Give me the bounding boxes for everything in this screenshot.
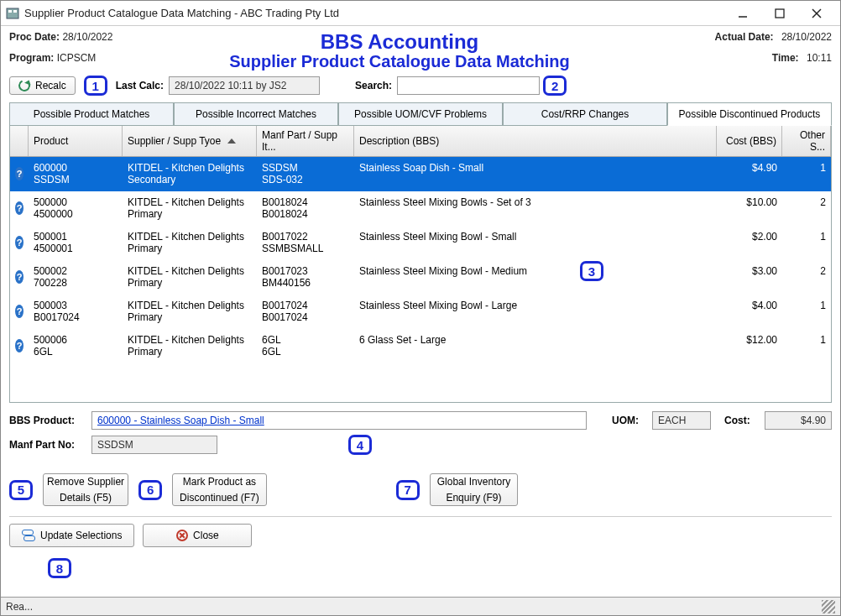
window-title: Supplier Product Catalogue Data Matching… [24, 7, 724, 19]
tab-possible-product-matches[interactable]: Possible Product Matches [9, 102, 174, 126]
close-icon [176, 530, 188, 541]
last-calc-label: Last Calc: [116, 80, 164, 91]
row-info-icon[interactable]: ? [10, 332, 29, 359]
app-icon [6, 7, 19, 20]
row-info-icon[interactable]: ? [10, 160, 29, 187]
row-info-icon[interactable]: ? [10, 298, 29, 325]
proc-date-label: Proc Date: [9, 31, 60, 43]
tab-cost-rrp-changes[interactable]: Cost/RRP Changes [503, 102, 667, 126]
cell-cost: $3.00 [717, 264, 782, 290]
swap-icon [22, 530, 35, 541]
proc-date-value: 28/10/2022 [62, 31, 112, 43]
callout-5: 5 [9, 480, 33, 500]
cell-product: 600000SSDSM [29, 160, 123, 187]
cell-other: 1 [782, 298, 831, 325]
minimize-button[interactable] [724, 2, 761, 25]
refresh-icon [17, 78, 32, 93]
last-calc-value [169, 76, 320, 95]
cell-cost: $12.00 [717, 332, 782, 359]
mark-discontinued-button[interactable]: Mark Product as Discontinued (F7) [172, 473, 267, 506]
cell-supplier: KITDEL - Kitchen DelightsPrimary [123, 229, 257, 256]
title-bar: Supplier Product Catalogue Data Matching… [1, 1, 840, 26]
actual-date-value: 28/10/2022 [781, 31, 832, 43]
cell-other: 2 [782, 264, 831, 290]
table-row[interactable]: ?500003B0017024KITDEL - Kitchen Delights… [10, 295, 831, 329]
cell-cost: $4.00 [717, 298, 782, 325]
manf-part-value [91, 436, 217, 454]
close-window-button[interactable] [798, 2, 835, 25]
cell-other: 2 [782, 195, 831, 222]
recalc-button[interactable]: Recalc [9, 76, 76, 95]
callout-6: 6 [138, 480, 162, 500]
global-inventory-button[interactable]: Global Inventory Enquiry (F9) [430, 473, 518, 506]
grid-header: Product Supplier / Supp Tyoe Manf Part /… [10, 126, 831, 157]
table-row[interactable]: ?500002700228KITDEL - Kitchen DelightsPr… [10, 260, 831, 295]
app-subtitle: Supplier Product Catalogue Data Matching [177, 52, 622, 70]
table-row[interactable]: ?600000SSDSMKITDEL - Kitchen DelightsSec… [10, 157, 831, 191]
header-row-2: Program: ICPSCM Supplier Product Catalog… [9, 52, 832, 70]
table-row[interactable]: ?5000014500001KITDEL - Kitchen DelightsP… [10, 226, 831, 260]
cell-product: 500003B0017024 [29, 298, 123, 325]
callout-1: 1 [84, 76, 107, 96]
row-info-icon[interactable]: ? [10, 195, 29, 222]
cost-value [765, 411, 832, 430]
program-value: ICPSCM [57, 52, 97, 64]
actual-date-label: Actual Date: [715, 31, 774, 43]
tab-possible-discontinued-products[interactable]: Possible Discontinued Products [667, 102, 832, 126]
cell-manf-part: B0017024B0017024 [257, 298, 354, 325]
bbs-product-link[interactable]: 600000 - Stainless Soap Dish - Small [91, 411, 587, 430]
svg-rect-4 [776, 9, 784, 18]
cell-description: Stainless Steel Mixing Bowl - Medium [354, 264, 717, 290]
bbs-product-label: BBS Product: [9, 415, 85, 426]
client-area: Proc Date: 28/10/2022 BBS Accounting Act… [1, 26, 840, 597]
remove-supplier-button[interactable]: Remove Supplier Details (F5) [43, 473, 128, 506]
cell-other: 1 [782, 229, 831, 256]
resize-gripper-icon[interactable] [822, 600, 835, 613]
svg-rect-1 [8, 10, 12, 13]
cell-description: Stainless Steel Mixing Bowls - Set of 3 [354, 195, 717, 222]
close-button[interactable]: Close [143, 524, 252, 547]
cell-supplier: KITDEL - Kitchen DelightsSecondary [123, 160, 257, 187]
col-description[interactable]: Description (BBS) [354, 126, 717, 156]
cell-product: 500002700228 [29, 264, 123, 290]
cell-supplier: KITDEL - Kitchen DelightsPrimary [123, 332, 257, 359]
table-row[interactable]: ?5000066GLKITDEL - Kitchen DelightsPrima… [10, 329, 831, 363]
uom-label: UOM: [612, 415, 645, 426]
manf-part-label: Manf Part No: [9, 439, 85, 451]
svg-rect-0 [7, 8, 18, 18]
callout-8: 8 [48, 558, 71, 578]
col-supplier[interactable]: Supplier / Supp Tyoe [123, 126, 257, 156]
uom-value [652, 411, 711, 430]
table-row[interactable]: ?5000004500000KITDEL - Kitchen DelightsP… [10, 191, 831, 226]
tab-possible-incorrect-matches[interactable]: Possible Incorrect Matches [174, 102, 338, 126]
cell-supplier: KITDEL - Kitchen DelightsPrimary [123, 264, 257, 290]
form-row-bbs-product: BBS Product: 600000 - Stainless Soap Dis… [9, 411, 832, 430]
grid-body: ?600000SSDSMKITDEL - Kitchen DelightsSec… [10, 157, 831, 363]
cell-product: 5000066GL [29, 332, 123, 359]
col-product[interactable]: Product [29, 126, 123, 156]
update-selections-button[interactable]: Update Selections [9, 524, 134, 547]
recalc-button-label: Recalc [35, 80, 66, 91]
tab-possible-uom-cvf-problems[interactable]: Possible UOM/CVF Problems [338, 102, 503, 126]
cell-other: 1 [782, 332, 831, 359]
row-info-icon[interactable]: ? [10, 229, 29, 256]
time-label: Time: [772, 52, 799, 64]
col-icon[interactable] [10, 126, 29, 156]
col-other[interactable]: Other S... [782, 126, 831, 156]
app-window: Supplier Product Catalogue Data Matching… [0, 0, 841, 616]
cell-manf-part: SSDSMSDS-032 [257, 160, 354, 187]
search-input[interactable] [397, 76, 540, 95]
cell-other: 1 [782, 160, 831, 187]
status-bar: Rea... [1, 597, 840, 615]
col-manf-part[interactable]: Manf Part / Supp It... [257, 126, 354, 156]
toolbar: Recalc 1 Last Calc: Search: 2 [9, 76, 832, 96]
action-row: 5 Remove Supplier Details (F5) 6 Mark Pr… [9, 473, 832, 506]
cell-cost: $4.90 [717, 160, 782, 187]
form-row-manf: Manf Part No: 4 [9, 435, 832, 455]
cell-supplier: KITDEL - Kitchen DelightsPrimary [123, 195, 257, 222]
col-cost[interactable]: Cost (BBS) [717, 126, 782, 156]
maximize-button[interactable] [761, 2, 798, 25]
app-title: BBS Accounting [177, 31, 622, 52]
row-info-icon[interactable]: ? [10, 264, 29, 290]
footer-action-bar: Update Selections Close [9, 516, 832, 547]
